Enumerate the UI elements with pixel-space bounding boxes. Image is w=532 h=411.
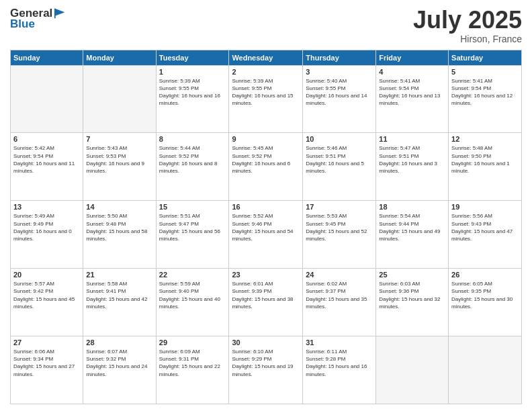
location: Hirson, France: [413, 34, 522, 44]
day-number: 26: [451, 271, 519, 279]
calendar-cell: [376, 336, 449, 404]
day-info: Sunrise: 6:11 AM Sunset: 9:28 PM Dayligh…: [306, 348, 373, 378]
calendar-week-1: 6Sunrise: 5:42 AM Sunset: 9:54 PM Daylig…: [11, 133, 522, 201]
col-thursday: Thursday: [303, 50, 376, 65]
day-number: 20: [13, 271, 80, 279]
logo: General Blue: [10, 7, 67, 31]
day-info: Sunrise: 5:58 AM Sunset: 9:41 PM Dayligh…: [86, 280, 152, 310]
day-number: 29: [159, 338, 226, 347]
calendar-cell: [11, 65, 83, 133]
calendar-week-3: 20Sunrise: 5:57 AM Sunset: 9:42 PM Dayli…: [11, 269, 522, 336]
day-number: 12: [451, 135, 519, 143]
day-info: Sunrise: 6:01 AM Sunset: 9:39 PM Dayligh…: [232, 280, 300, 310]
calendar-cell: 5Sunrise: 5:41 AM Sunset: 9:54 PM Daylig…: [449, 65, 522, 133]
day-info: Sunrise: 5:53 AM Sunset: 9:45 PM Dayligh…: [306, 212, 373, 242]
day-number: 14: [86, 203, 152, 211]
day-info: Sunrise: 6:09 AM Sunset: 9:31 PM Dayligh…: [159, 348, 226, 378]
day-number: 19: [451, 203, 519, 211]
col-friday: Friday: [376, 50, 449, 65]
calendar-cell: 9Sunrise: 5:45 AM Sunset: 9:52 PM Daylig…: [229, 133, 303, 201]
calendar-cell: [449, 336, 522, 404]
calendar-cell: 16Sunrise: 5:52 AM Sunset: 9:46 PM Dayli…: [229, 201, 303, 269]
calendar-cell: 6Sunrise: 5:42 AM Sunset: 9:54 PM Daylig…: [11, 133, 83, 201]
day-number: 24: [306, 271, 373, 279]
calendar-cell: 13Sunrise: 5:49 AM Sunset: 9:49 PM Dayli…: [11, 201, 83, 269]
calendar-cell: 12Sunrise: 5:48 AM Sunset: 9:50 PM Dayli…: [449, 133, 522, 201]
calendar-cell: 15Sunrise: 5:51 AM Sunset: 9:47 PM Dayli…: [156, 201, 229, 269]
calendar-cell: 4Sunrise: 5:41 AM Sunset: 9:54 PM Daylig…: [376, 65, 449, 133]
day-number: 6: [13, 135, 80, 143]
calendar-week-0: 1Sunrise: 5:39 AM Sunset: 9:55 PM Daylig…: [11, 65, 522, 133]
day-info: Sunrise: 6:06 AM Sunset: 9:34 PM Dayligh…: [13, 348, 80, 378]
calendar-cell: 14Sunrise: 5:50 AM Sunset: 9:48 PM Dayli…: [83, 201, 156, 269]
day-number: 7: [86, 135, 152, 143]
day-info: Sunrise: 5:56 AM Sunset: 9:43 PM Dayligh…: [451, 212, 519, 242]
svg-marker-0: [55, 9, 65, 16]
col-saturday: Saturday: [449, 50, 522, 65]
day-info: Sunrise: 6:03 AM Sunset: 9:36 PM Dayligh…: [379, 280, 445, 310]
calendar-cell: 29Sunrise: 6:09 AM Sunset: 9:31 PM Dayli…: [156, 336, 229, 404]
day-number: 16: [232, 203, 300, 211]
day-number: 5: [451, 68, 519, 76]
day-number: 25: [379, 271, 445, 279]
calendar-cell: 8Sunrise: 5:44 AM Sunset: 9:52 PM Daylig…: [156, 133, 229, 201]
day-number: 4: [379, 68, 445, 76]
calendar-cell: 10Sunrise: 5:46 AM Sunset: 9:51 PM Dayli…: [303, 133, 376, 201]
calendar-cell: 20Sunrise: 5:57 AM Sunset: 9:42 PM Dayli…: [11, 269, 83, 336]
calendar-cell: 21Sunrise: 5:58 AM Sunset: 9:41 PM Dayli…: [83, 269, 156, 336]
header-right: July 2025 Hirson, France: [413, 7, 522, 44]
calendar-cell: 30Sunrise: 6:10 AM Sunset: 9:29 PM Dayli…: [229, 336, 303, 404]
day-number: 18: [379, 203, 445, 211]
calendar-cell: 7Sunrise: 5:43 AM Sunset: 9:53 PM Daylig…: [83, 133, 156, 201]
day-info: Sunrise: 6:05 AM Sunset: 9:35 PM Dayligh…: [451, 280, 519, 310]
calendar-cell: 18Sunrise: 5:54 AM Sunset: 9:44 PM Dayli…: [376, 201, 449, 269]
calendar-cell: 17Sunrise: 5:53 AM Sunset: 9:45 PM Dayli…: [303, 201, 376, 269]
day-number: 11: [379, 135, 445, 143]
day-number: 28: [86, 338, 152, 347]
day-number: 1: [159, 68, 226, 76]
calendar-cell: 2Sunrise: 5:39 AM Sunset: 9:55 PM Daylig…: [229, 65, 303, 133]
calendar-cell: 23Sunrise: 6:01 AM Sunset: 9:39 PM Dayli…: [229, 269, 303, 336]
day-info: Sunrise: 5:41 AM Sunset: 9:54 PM Dayligh…: [379, 77, 445, 107]
page: General Blue July 2025 Hirson, France Su…: [0, 0, 532, 411]
day-info: Sunrise: 5:48 AM Sunset: 9:50 PM Dayligh…: [451, 144, 519, 175]
day-number: 15: [159, 203, 226, 211]
day-info: Sunrise: 5:54 AM Sunset: 9:44 PM Dayligh…: [379, 212, 445, 242]
day-info: Sunrise: 5:51 AM Sunset: 9:47 PM Dayligh…: [159, 212, 226, 242]
calendar-week-4: 27Sunrise: 6:06 AM Sunset: 9:34 PM Dayli…: [11, 336, 522, 404]
day-number: 17: [306, 203, 373, 211]
day-info: Sunrise: 5:41 AM Sunset: 9:54 PM Dayligh…: [451, 77, 519, 107]
header: General Blue July 2025 Hirson, France: [10, 7, 522, 44]
day-number: 31: [306, 338, 373, 347]
calendar-cell: 3Sunrise: 5:40 AM Sunset: 9:55 PM Daylig…: [303, 65, 376, 133]
calendar-cell: 25Sunrise: 6:03 AM Sunset: 9:36 PM Dayli…: [376, 269, 449, 336]
day-info: Sunrise: 5:46 AM Sunset: 9:51 PM Dayligh…: [306, 144, 373, 175]
day-info: Sunrise: 5:39 AM Sunset: 9:55 PM Dayligh…: [232, 77, 300, 107]
month-title: July 2025: [413, 7, 522, 34]
day-number: 22: [159, 271, 226, 279]
day-info: Sunrise: 5:47 AM Sunset: 9:51 PM Dayligh…: [379, 144, 445, 175]
day-info: Sunrise: 5:57 AM Sunset: 9:42 PM Dayligh…: [13, 280, 80, 310]
day-number: 21: [86, 271, 152, 279]
day-info: Sunrise: 5:42 AM Sunset: 9:54 PM Dayligh…: [13, 144, 80, 175]
calendar-cell: [83, 65, 156, 133]
calendar-cell: 24Sunrise: 6:02 AM Sunset: 9:37 PM Dayli…: [303, 269, 376, 336]
day-info: Sunrise: 5:39 AM Sunset: 9:55 PM Dayligh…: [159, 77, 226, 107]
day-number: 23: [232, 271, 300, 279]
day-info: Sunrise: 5:43 AM Sunset: 9:53 PM Dayligh…: [86, 144, 152, 175]
calendar-cell: 19Sunrise: 5:56 AM Sunset: 9:43 PM Dayli…: [449, 201, 522, 269]
calendar-cell: 27Sunrise: 6:06 AM Sunset: 9:34 PM Dayli…: [11, 336, 83, 404]
calendar: Sunday Monday Tuesday Wednesday Thursday…: [10, 50, 522, 404]
day-number: 9: [232, 135, 300, 143]
day-number: 13: [13, 203, 80, 211]
calendar-cell: 11Sunrise: 5:47 AM Sunset: 9:51 PM Dayli…: [376, 133, 449, 201]
calendar-cell: 31Sunrise: 6:11 AM Sunset: 9:28 PM Dayli…: [303, 336, 376, 404]
day-info: Sunrise: 6:10 AM Sunset: 9:29 PM Dayligh…: [232, 348, 300, 378]
calendar-cell: 1Sunrise: 5:39 AM Sunset: 9:55 PM Daylig…: [156, 65, 229, 133]
day-number: 2: [232, 68, 300, 76]
calendar-header-row: Sunday Monday Tuesday Wednesday Thursday…: [11, 50, 522, 65]
col-wednesday: Wednesday: [229, 50, 303, 65]
col-tuesday: Tuesday: [156, 50, 229, 65]
day-info: Sunrise: 5:44 AM Sunset: 9:52 PM Dayligh…: [159, 144, 226, 175]
col-monday: Monday: [83, 50, 156, 65]
